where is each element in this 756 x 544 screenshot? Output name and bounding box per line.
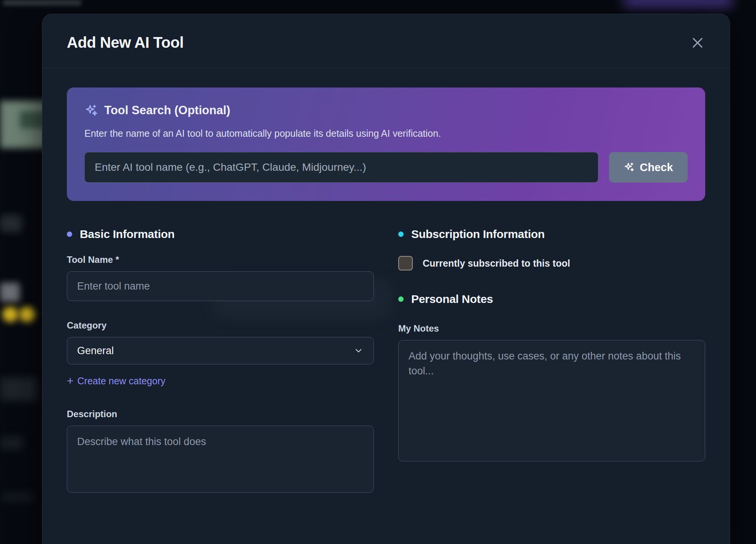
blurred-background-text: [0, 215, 22, 232]
sparkles-icon: [624, 162, 635, 173]
description-textarea[interactable]: [67, 426, 374, 493]
personal-notes-heading: Personal Notes: [398, 293, 705, 306]
my-notes-textarea[interactable]: [398, 340, 705, 461]
basic-information-title: Basic Information: [80, 228, 174, 241]
check-button-label: Check: [640, 161, 673, 174]
add-new-ai-tool-dialog: Add New AI Tool Tool Search (Optional) E…: [42, 14, 730, 544]
subscribed-checkbox-row: Currently subscribed to this tool: [398, 256, 705, 270]
tool-name-label: Tool Name *: [67, 254, 374, 265]
create-new-category-label: Create new category: [78, 376, 166, 387]
my-notes-label: My Notes: [398, 323, 705, 334]
tool-search-panel: Tool Search (Optional) Enter the name of…: [67, 87, 705, 201]
tool-search-description: Enter the name of an AI tool to automati…: [84, 128, 688, 139]
dialog-title: Add New AI Tool: [67, 34, 184, 51]
subscribed-checkbox-label: Currently subscribed to this tool: [423, 258, 570, 269]
subscription-information-title: Subscription Information: [411, 228, 544, 241]
category-label: Category: [67, 320, 374, 331]
tool-search-title: Tool Search (Optional): [104, 104, 230, 117]
basic-information-heading: Basic Information: [67, 228, 374, 241]
close-button[interactable]: [689, 34, 706, 51]
check-button[interactable]: Check: [609, 152, 688, 183]
chevron-down-icon: [354, 346, 363, 356]
basic-information-column: Basic Information Tool Name * Category G…: [67, 228, 374, 493]
section-bullet: [67, 232, 72, 237]
section-bullet: [398, 232, 404, 237]
sparkles-icon: [84, 104, 98, 117]
blurred-card-title: [0, 283, 20, 302]
plus-icon: +: [67, 375, 74, 387]
blurred-star-icon: [2, 307, 18, 322]
subscription-information-heading: Subscription Information: [398, 228, 705, 241]
ai-tool-search-input[interactable]: [84, 152, 598, 183]
blurred-topbar-text: [3, 0, 81, 5]
form-grid: Basic Information Tool Name * Category G…: [67, 228, 705, 493]
personal-notes-title: Personal Notes: [411, 293, 493, 306]
tool-name-input[interactable]: [67, 271, 374, 301]
dialog-header: Add New AI Tool: [42, 14, 730, 68]
section-bullet: [398, 296, 404, 302]
blurred-purple-button: [622, 0, 733, 7]
tool-search-header: Tool Search (Optional): [84, 104, 688, 117]
description-label: Description: [67, 409, 374, 419]
dialog-body: Tool Search (Optional) Enter the name of…: [42, 68, 730, 493]
category-select[interactable]: General: [67, 337, 374, 364]
blurred-card-text: [0, 377, 37, 401]
blurred-green-banner: [0, 101, 47, 148]
subscribed-checkbox[interactable]: [398, 256, 413, 270]
blurred-star-icon: [19, 307, 35, 322]
tool-search-row: Check: [84, 152, 688, 183]
create-new-category-link[interactable]: + Create new category: [67, 375, 374, 387]
category-selected-value: General: [77, 345, 114, 357]
x-icon: [690, 36, 705, 50]
blurred-card-text: [2, 492, 34, 502]
blurred-card-text: [0, 436, 24, 450]
subscription-notes-column: Subscription Information Currently subsc…: [398, 228, 705, 493]
